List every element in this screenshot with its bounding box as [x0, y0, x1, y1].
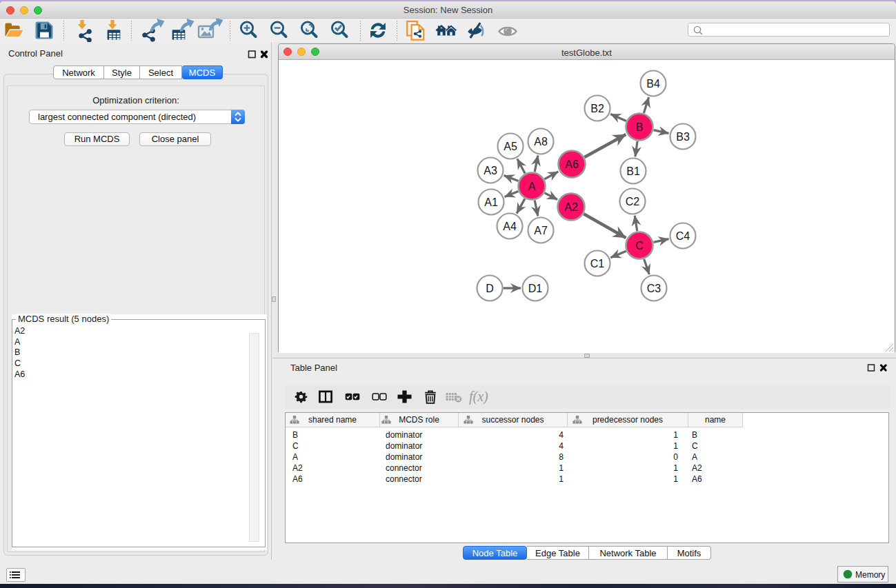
svg-text:A3: A3 — [484, 165, 497, 176]
svg-text:A5: A5 — [504, 141, 517, 152]
svg-text:B3: B3 — [676, 131, 690, 143]
svg-text:C: C — [635, 240, 644, 252]
svg-text:C4: C4 — [676, 230, 690, 242]
svg-text:B2: B2 — [590, 103, 604, 114]
svg-text:B: B — [636, 121, 644, 133]
svg-text:A: A — [528, 181, 536, 192]
svg-text:f(x): f(x) — [469, 389, 488, 405]
svg-text:A1: A1 — [484, 196, 498, 208]
svg-text:B1: B1 — [626, 165, 640, 177]
svg-text:A6: A6 — [565, 159, 579, 170]
svg-text:D1: D1 — [528, 283, 543, 294]
svg-text:A2: A2 — [564, 201, 578, 213]
svg-text:B4: B4 — [646, 78, 660, 90]
svg-text:A4: A4 — [503, 221, 517, 232]
svg-text:C3: C3 — [647, 283, 661, 294]
svg-text:C1: C1 — [590, 258, 605, 270]
svg-text:A7: A7 — [534, 225, 548, 236]
svg-text:A8: A8 — [534, 136, 548, 148]
svg-text:C2: C2 — [626, 196, 640, 207]
svg-text:D: D — [486, 283, 494, 294]
